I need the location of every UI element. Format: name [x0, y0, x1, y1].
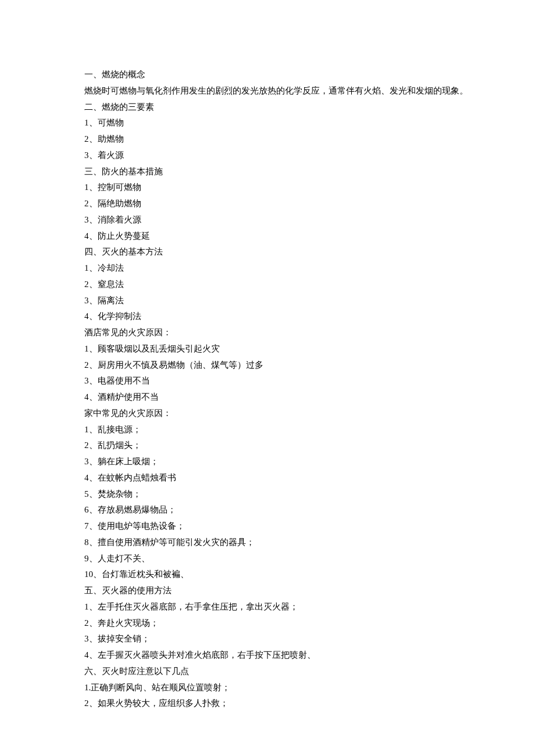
text-line: 2、乱扔烟头；	[67, 438, 468, 454]
text-line: 2、窒息法	[67, 277, 468, 293]
text-line: 4、酒精炉使用不当	[67, 389, 468, 406]
text-line: 四、灭火的基本方法	[67, 244, 468, 260]
text-line: 1、冷却法	[67, 260, 468, 277]
text-line: 家中常见的火灾原因：	[67, 406, 468, 422]
text-line: 3、拔掉安全销；	[67, 631, 468, 647]
text-line: 二、燃烧的三要素	[67, 99, 468, 116]
text-line: 2、奔赴火灾现场；	[67, 615, 468, 632]
text-line: 1、左手托住灭火器底部，右手拿住压把，拿出灭火器；	[67, 599, 468, 615]
text-line: 3、消除着火源	[67, 212, 468, 228]
text-line: 8、擅自使用酒精炉等可能引发火灾的器具；	[67, 535, 468, 551]
text-line: 1、顾客吸烟以及乱丢烟头引起火灾	[67, 341, 468, 357]
text-line: 1、控制可燃物	[67, 180, 468, 196]
text-line: 4、在蚊帐内点蜡烛看书	[67, 470, 468, 486]
text-line: 酒店常见的火灾原因：	[67, 325, 468, 341]
text-line: 一、燃烧的概念	[67, 67, 468, 83]
text-line: 10、台灯靠近枕头和被褊、	[67, 567, 468, 583]
text-line: 六、灭火时应注意以下几点	[67, 664, 468, 680]
text-line: 1、乱接电源；	[67, 422, 468, 438]
text-line: 4、左手握灭火器喷头并对准火焰底部，右手按下压把喷射、	[67, 647, 468, 664]
text-line: 6、存放易燃易爆物品；	[67, 502, 468, 518]
text-line: 5、焚烧杂物；	[67, 486, 468, 503]
text-line: 9、人走灯不关、	[67, 551, 468, 567]
text-line: 2、隔绝助燃物	[67, 196, 468, 212]
text-line: 4、化学抑制法	[67, 309, 468, 325]
text-line: 燃烧时可燃物与氧化剂作用发生的剧烈的发光放热的化学反应，通常伴有火焰、发光和发烟…	[67, 83, 468, 99]
text-line: 2、如果火势较大，应组织多人扑救；	[67, 696, 468, 712]
text-line: 2、助燃物	[67, 131, 468, 148]
document-content: 一、燃烧的概念 燃烧时可燃物与氧化剂作用发生的剧烈的发光放热的化学反应，通常伴有…	[67, 67, 468, 712]
text-line: 三、防火的基本措施	[67, 164, 468, 180]
text-line: 1.正确判断风向、站在顺风位置喷射；	[67, 680, 468, 696]
text-line: 3、躺在床上吸烟；	[67, 454, 468, 470]
text-line: 五、灭火器的使用方法	[67, 583, 468, 599]
text-line: 3、电器使用不当	[67, 373, 468, 389]
text-line: 1、可燃物	[67, 115, 468, 131]
text-line: 3、着火源	[67, 148, 468, 164]
text-line: 4、防止火势蔓延	[67, 228, 468, 245]
text-line: 3、隔离法	[67, 293, 468, 309]
text-line: 2、厨房用火不慎及易燃物（油、煤气等）过多	[67, 357, 468, 374]
text-line: 7、使用电炉等电热设备；	[67, 518, 468, 535]
